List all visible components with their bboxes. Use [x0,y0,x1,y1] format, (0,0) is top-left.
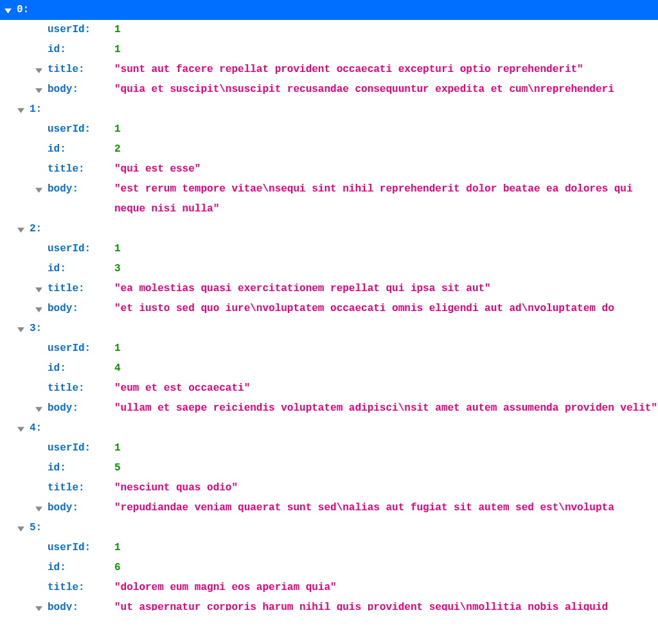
string-value: "sunt aut facere repellat provident occa… [108,60,583,80]
number-value: 1 [108,20,121,40]
svg-marker-13 [35,287,42,292]
string-value: "ea molestias quasi exercitationem repel… [108,279,491,299]
tree-row[interactable]: 5: [0,518,658,538]
property-key-body: body: [44,179,108,199]
tree-row[interactable]: title:"ea molestias quasi exercitationem… [0,279,658,299]
array-index-key: 5: [26,518,71,538]
tree-row[interactable]: userId:1 [0,20,658,40]
svg-marker-14 [35,307,42,312]
tree-row[interactable]: body:"et iusto sed quo iure\nvoluptatem … [0,299,658,319]
string-value: "ut aspernatur corporis harum nihil quis… [108,598,608,611]
property-key-id: id: [44,40,108,60]
string-value: "est rerum tempore vitae\nsequi sint nih… [108,179,658,219]
svg-marker-10 [17,228,24,233]
json-tree-viewer: 0:userId:1id:1title:"sunt aut facere rep… [0,0,658,611]
property-key-userId: userId: [44,538,108,558]
property-key-userId: userId: [44,438,108,458]
tree-row[interactable]: 2: [0,219,658,239]
property-key-id: id: [44,139,108,159]
property-key-title: title: [44,279,108,299]
tree-row[interactable]: 1: [0,100,658,120]
tree-row[interactable]: body:"est rerum tempore vitae\nsequi sin… [0,179,658,219]
expand-toggle-icon[interactable] [15,219,26,233]
expand-toggle-icon[interactable] [3,0,13,14]
tree-row[interactable]: body:"ullam et saepe reiciendis voluptat… [0,398,658,418]
expand-toggle-icon[interactable] [33,498,44,512]
tree-row[interactable]: title:"nesciunt quas odio" [0,478,658,498]
svg-marker-24 [35,506,42,512]
property-key-body: body: [44,299,108,319]
tree-row[interactable]: id:2 [0,139,658,159]
property-key-body: body: [44,80,108,100]
property-key-userId: userId: [44,120,108,139]
number-value: 1 [108,339,121,359]
tree-row[interactable]: id:6 [0,558,658,578]
number-value: 3 [108,259,121,279]
tree-row[interactable]: id:1 [0,40,658,60]
tree-row[interactable]: userId:1 [0,538,658,558]
array-index-key: 2: [26,219,71,239]
property-key-id: id: [44,259,108,279]
array-index-key: 4: [26,418,71,438]
string-value: "ullam et saepe reiciendis voluptatem ad… [108,398,657,418]
tree-row[interactable]: body:"repudiandae veniam quaerat sunt se… [0,498,658,518]
tree-row[interactable]: id:3 [0,259,658,279]
expand-toggle-icon[interactable] [33,598,44,611]
tree-row[interactable]: id:4 [0,359,658,379]
svg-marker-4 [35,88,42,93]
tree-row[interactable]: title:"qui est esse" [0,159,658,179]
string-value: "eum et est occaecati" [108,379,250,398]
svg-marker-29 [35,606,42,611]
expand-toggle-icon[interactable] [33,299,44,313]
tree-row[interactable]: title:"dolorem eum magni eos aperiam qui… [0,578,658,598]
string-value: "nesciunt quas odio" [108,478,238,498]
property-key-id: id: [44,458,108,478]
expand-toggle-icon[interactable] [15,100,26,114]
tree-row[interactable]: title:"eum et est occaecati" [0,379,658,398]
string-value: "et iusto sed quo iure\nvoluptatem occae… [108,299,614,319]
expand-toggle-icon[interactable] [33,60,44,74]
number-value: 1 [108,120,121,139]
property-key-id: id: [44,558,108,578]
property-key-title: title: [44,578,108,598]
expand-toggle-icon[interactable] [33,80,44,94]
svg-marker-15 [17,327,24,332]
property-key-userId: userId: [44,20,108,40]
svg-marker-0 [4,8,12,13]
tree-row[interactable]: 4: [0,418,658,438]
svg-marker-5 [17,108,24,113]
expand-toggle-icon[interactable] [33,179,44,193]
expand-toggle-icon[interactable] [33,398,44,413]
tree-row[interactable]: title:"sunt aut facere repellat providen… [0,60,658,80]
tree-row[interactable]: userId:1 [0,339,658,359]
tree-row[interactable]: 0: [0,0,658,20]
property-key-title: title: [44,159,108,179]
number-value: 1 [108,40,121,60]
svg-marker-19 [35,407,42,412]
number-value: 4 [108,359,121,379]
tree-row[interactable]: userId:1 [0,120,658,139]
property-key-title: title: [44,379,108,398]
string-value: "quia et suscipit\nsuscipit recusandae c… [108,80,614,100]
tree-row[interactable]: userId:1 [0,438,658,458]
tree-row[interactable]: body:"quia et suscipit\nsuscipit recusan… [0,80,658,100]
svg-marker-25 [17,526,24,532]
svg-marker-20 [17,427,24,432]
tree-row[interactable]: body:"ut aspernatur corporis harum nihil… [0,598,658,611]
property-key-userId: userId: [44,239,108,259]
array-index-key: 3: [26,319,71,339]
property-key-title: title: [44,60,108,80]
number-value: 1 [108,538,121,558]
tree-row[interactable]: 3: [0,319,658,339]
expand-toggle-icon[interactable] [15,418,26,433]
tree-row[interactable]: id:5 [0,458,658,478]
number-value: 5 [108,458,121,478]
svg-marker-9 [35,188,42,193]
expand-toggle-icon[interactable] [33,279,44,293]
expand-toggle-icon[interactable] [15,518,26,532]
array-index-key: 1: [26,100,71,120]
property-key-body: body: [44,398,108,418]
tree-row[interactable]: userId:1 [0,239,658,259]
expand-toggle-icon[interactable] [15,319,26,333]
string-value: "qui est esse" [108,159,200,179]
